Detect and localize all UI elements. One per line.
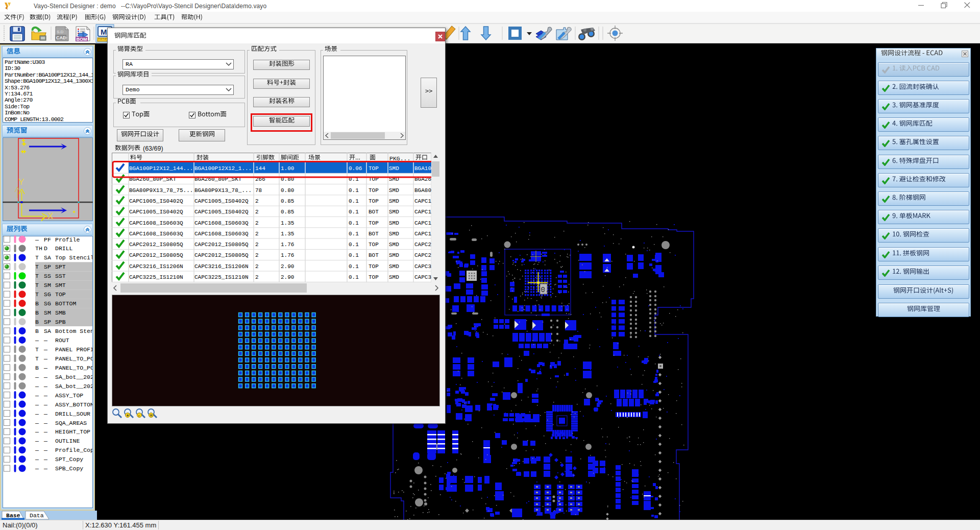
svg-text:SMD: SMD	[389, 209, 399, 215]
svg-text:SG: SG	[44, 291, 51, 298]
svg-text:CAPC1: CAPC1	[414, 220, 431, 226]
svg-text:—: —	[43, 374, 47, 380]
svg-text:2: 2	[255, 263, 259, 270]
svg-text:2.90: 2.90	[281, 274, 294, 280]
svg-text:0.1: 0.1	[349, 231, 359, 237]
svg-text:D: D	[44, 245, 47, 252]
svg-text:T: T	[35, 291, 39, 298]
svg-text:CAPC2012_IS0805Q: CAPC2012_IS0805Q	[129, 252, 183, 258]
svg-text:TH: TH	[35, 245, 42, 252]
svg-text:—: —	[35, 401, 39, 408]
svg-text:0.1: 0.1	[349, 263, 359, 270]
svg-text:—: —	[35, 438, 39, 444]
svg-text:SPT_Copy: SPT_Copy	[55, 456, 83, 463]
svg-text:CAPC3216_IS1206N: CAPC3216_IS1206N	[194, 263, 249, 270]
svg-text:CAPC3: CAPC3	[414, 263, 431, 270]
svg-text:=: =	[150, 413, 153, 418]
svg-text:CAPC2: CAPC2	[414, 242, 431, 248]
svg-text:B: B	[35, 300, 39, 307]
svg-text:—: —	[43, 411, 47, 417]
svg-text:CAPC1608_IS0603Q: CAPC1608_IS0603Q	[194, 231, 249, 237]
svg-text:ASSY_TOP: ASSY_TOP	[55, 392, 83, 399]
svg-text:BGA100P12X12_1...: BGA100P12X12_1...	[194, 165, 252, 172]
svg-text:—: —	[43, 465, 47, 472]
svg-text:SP: SP	[44, 263, 51, 270]
svg-text:T: T	[35, 254, 39, 261]
svg-text:SP: SP	[44, 319, 51, 325]
svg-text:SMD: SMD	[389, 252, 399, 258]
svg-text:—: —	[35, 383, 39, 390]
svg-text:Bottom Stenc: Bottom Stenc	[55, 328, 92, 334]
svg-text:CAPC3225_IS1210N: CAPC3225_IS1210N	[129, 274, 183, 280]
svg-text:2: 2	[255, 220, 259, 226]
svg-text:2: 2	[255, 242, 259, 248]
svg-text:—: —	[35, 428, 39, 435]
svg-text:+: +	[127, 413, 129, 418]
svg-text:Profile_Copy: Profile_Copy	[55, 447, 92, 453]
svg-text:2: 2	[255, 198, 259, 204]
svg-text:SMT: SMT	[55, 282, 66, 288]
svg-text:SM: SM	[44, 282, 51, 288]
svg-text:BGA80P9X13_78_75...: BGA80P9X13_78_75...	[129, 187, 193, 194]
svg-text:CAPC2012_IS0805Q: CAPC2012_IS0805Q	[194, 252, 249, 258]
svg-text:T: T	[35, 346, 39, 353]
svg-text:—: —	[43, 383, 47, 390]
svg-text:0.: 0.	[541, 286, 550, 294]
svg-text:SPT: SPT	[55, 263, 66, 270]
svg-text:78: 78	[255, 187, 262, 194]
svg-text:1.76: 1.76	[281, 242, 294, 248]
svg-text:SPB: SPB	[55, 319, 66, 325]
svg-text:0.06: 0.06	[349, 165, 362, 172]
svg-text:1.00: 1.00	[281, 165, 294, 172]
svg-text:0.1: 0.1	[349, 220, 359, 226]
svg-text:2: 2	[255, 274, 259, 280]
svg-text:1.76: 1.76	[281, 252, 294, 258]
svg-text:—: —	[35, 392, 39, 399]
svg-text:CAPC1005_IS0402Q: CAPC1005_IS0402Q	[194, 198, 249, 204]
svg-text:DRILL: DRILL	[55, 245, 73, 252]
svg-text:CAPC1: CAPC1	[414, 231, 431, 237]
svg-text:—: —	[43, 447, 47, 453]
svg-text:BOT: BOT	[369, 231, 379, 237]
svg-text:—: —	[43, 355, 47, 362]
svg-text:—: —	[35, 337, 39, 344]
svg-text:1.35: 1.35	[281, 220, 294, 226]
svg-text:—: —	[43, 401, 47, 408]
svg-text:CAPC1: CAPC1	[414, 198, 431, 204]
svg-text:T: T	[35, 282, 39, 288]
svg-text:SMB: SMB	[55, 309, 66, 316]
svg-text:BOTTOM: BOTTOM	[55, 300, 77, 307]
svg-text:SPB_Copy: SPB_Copy	[55, 465, 83, 472]
svg-text:CAPC1005_IS0402Q: CAPC1005_IS0402Q	[129, 198, 183, 204]
svg-text:0.1: 0.1	[349, 187, 359, 194]
svg-text:TOP: TOP	[369, 220, 379, 226]
svg-text:—: —	[43, 420, 47, 426]
svg-text:SMD: SMD	[389, 274, 399, 280]
svg-text:PANEL_TO_PCB: PANEL_TO_PCB	[55, 365, 92, 371]
svg-text:0.1: 0.1	[349, 242, 359, 248]
svg-text:CAPC1: CAPC1	[414, 209, 431, 215]
svg-text:—: —	[43, 392, 47, 399]
svg-text:0.1: 0.1	[349, 274, 359, 280]
svg-text:—: —	[43, 346, 47, 353]
svg-text:TOP: TOP	[369, 274, 379, 280]
svg-text:0.80: 0.80	[281, 187, 294, 194]
svg-text:CAPC1608_IS0603Q: CAPC1608_IS0603Q	[129, 231, 183, 237]
svg-text:0.85: 0.85	[281, 198, 294, 204]
svg-text:—: —	[43, 428, 47, 435]
svg-text:SA: SA	[44, 328, 51, 334]
svg-text:Profile: Profile	[55, 236, 80, 243]
svg-text:0.1: 0.1	[349, 252, 359, 258]
svg-text:BGA10: BGA10	[414, 165, 431, 172]
svg-text:BGA100P12X12_144...: BGA100P12X12_144...	[129, 165, 193, 172]
svg-text:BOT: BOT	[369, 209, 379, 215]
svg-text:SMD: SMD	[389, 263, 399, 270]
svg-text:B: B	[35, 309, 39, 316]
svg-text:-: -	[138, 413, 140, 418]
svg-text:—: —	[35, 447, 39, 453]
svg-text:SMD: SMD	[389, 231, 399, 237]
svg-text:—: —	[35, 236, 39, 243]
svg-text:CAPC3225_IS1210N: CAPC3225_IS1210N	[194, 274, 249, 280]
svg-text:CAPC3: CAPC3	[414, 274, 431, 280]
svg-text:1.35: 1.35	[281, 231, 294, 237]
